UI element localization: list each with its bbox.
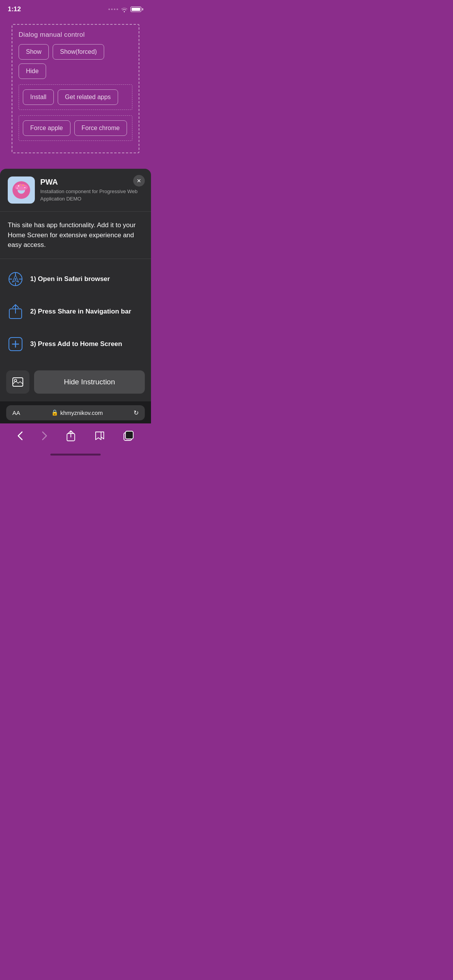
share-nav-icon [67, 430, 75, 441]
dialog-control-box: Dialog manual control Show Show(forced) … [12, 24, 139, 153]
show-button[interactable]: Show [19, 44, 49, 60]
hide-button[interactable]: Hide [19, 63, 46, 79]
instruction-item-1: 1) Open in Safari browser [0, 263, 151, 295]
reload-icon[interactable]: ↻ [134, 409, 139, 416]
status-time: 1:12 [8, 5, 21, 13]
instruction-item-3: 3) Press Add to Home Screen [0, 328, 151, 360]
svg-rect-21 [13, 378, 23, 386]
share-nav-button[interactable] [63, 429, 79, 443]
battery-icon [130, 7, 143, 12]
back-button[interactable] [14, 430, 27, 442]
instruction-text-1: 1) Open in Safari browser [30, 275, 110, 283]
app-description-text: This site has app functionality. Add it … [8, 220, 143, 250]
svg-rect-26 [125, 431, 133, 439]
image-icon [12, 377, 23, 387]
home-bar [50, 454, 101, 456]
bottom-navigation [0, 423, 151, 451]
bottom-sheet: PWA Installation component for Progressi… [0, 169, 151, 401]
instructions-list: 1) Open in Safari browser 2) Press Share… [0, 259, 151, 364]
instruction-item-2: 2) Press Share in Navigation bar [0, 295, 151, 328]
app-description-section: This site has app functionality. Add it … [0, 212, 151, 259]
lock-icon: 🔒 [51, 409, 58, 416]
signal-icon [108, 9, 118, 10]
forward-icon [42, 431, 47, 440]
bookmarks-icon [94, 431, 105, 441]
svg-point-2 [15, 184, 28, 190]
button-row-2: Install Get related apps [19, 84, 132, 110]
dialog-control-title: Dialog manual control [19, 31, 132, 39]
pwa-header: PWA Installation component for Progressi… [0, 169, 151, 212]
force-apple-button[interactable]: Force apple [23, 120, 70, 136]
status-icons [108, 7, 143, 12]
svg-point-10 [15, 278, 16, 280]
bottom-actions: Hide Instruction [0, 364, 151, 401]
button-row-3: Force apple Force chrome [19, 115, 132, 141]
button-row-1: Show Show(forced) Hide [19, 44, 132, 79]
hide-instruction-label: Hide Instruction [64, 378, 115, 386]
image-button[interactable] [6, 370, 29, 394]
show-forced-button[interactable]: Show(forced) [53, 44, 104, 60]
install-button[interactable]: Install [23, 89, 54, 105]
share-icon [8, 304, 23, 319]
hide-instruction-button[interactable]: Hide Instruction [34, 370, 145, 394]
force-chrome-button[interactable]: Force chrome [74, 120, 127, 136]
url-bar[interactable]: AA 🔒 khmyznikov.com ↻ [6, 405, 145, 420]
pwa-description: Installation component for Progressive W… [40, 188, 143, 202]
pwa-name: PWA [40, 178, 143, 187]
get-related-apps-button[interactable]: Get related apps [58, 89, 118, 105]
tabs-button[interactable] [120, 429, 137, 442]
aa-label[interactable]: AA [12, 409, 20, 416]
safari-icon [8, 271, 23, 287]
back-icon [17, 431, 23, 440]
browser-bar: AA 🔒 khmyznikov.com ↻ [0, 401, 151, 423]
forward-button[interactable] [38, 430, 51, 442]
status-bar: 1:12 [0, 0, 151, 16]
donut-icon [10, 178, 33, 202]
purple-section: Dialog manual control Show Show(forced) … [0, 16, 151, 169]
url-text-value: khmyznikov.com [60, 409, 103, 416]
home-indicator-area [0, 451, 151, 462]
instruction-text-3: 3) Press Add to Home Screen [30, 340, 122, 348]
svg-point-8 [17, 185, 19, 187]
url-display: 🔒 khmyznikov.com [51, 409, 103, 416]
instruction-text-2: 2) Press Share in Navigation bar [30, 308, 131, 315]
add-home-icon [8, 336, 23, 352]
pwa-info: PWA Installation component for Progressi… [40, 178, 143, 202]
bookmarks-button[interactable] [91, 429, 108, 442]
wifi-icon [120, 7, 128, 12]
tabs-icon [124, 431, 134, 441]
close-button[interactable]: ✕ [133, 175, 145, 187]
pwa-icon [8, 176, 35, 204]
